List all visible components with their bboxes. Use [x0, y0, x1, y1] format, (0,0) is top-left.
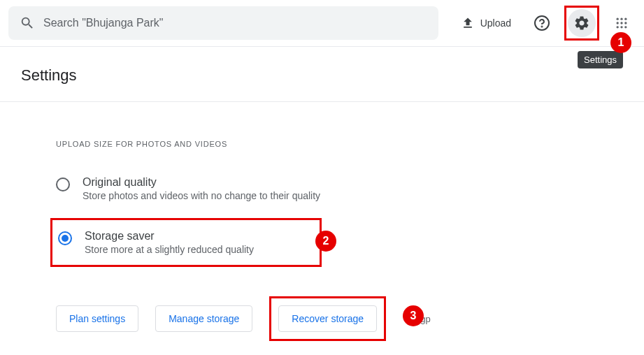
- settings-content: UPLOAD SIZE FOR PHOTOS AND VIDEOS Origin…: [0, 102, 644, 341]
- svg-point-5: [617, 22, 619, 24]
- settings-tooltip: Settings: [578, 51, 623, 68]
- search-input[interactable]: [43, 17, 427, 29]
- header-bar: Upload: [0, 0, 644, 47]
- option-text: Storage saver Store more at a slightly r…: [85, 230, 254, 255]
- settings-button[interactable]: [568, 9, 596, 37]
- search-bar[interactable]: [8, 6, 438, 40]
- recover-highlight-box: Recover storage: [269, 296, 386, 341]
- svg-point-6: [620, 22, 622, 24]
- svg-point-9: [620, 26, 622, 28]
- header-actions: Upload: [452, 6, 636, 41]
- svg-point-2: [617, 18, 619, 20]
- manage-storage-button[interactable]: Manage storage: [155, 305, 252, 332]
- callout-badge-2: 2: [315, 231, 336, 252]
- radio-selected[interactable]: [58, 231, 72, 245]
- plan-settings-button[interactable]: Plan settings: [56, 305, 138, 332]
- svg-point-1: [542, 27, 543, 27]
- recover-storage-button[interactable]: Recover storage: [278, 305, 377, 332]
- radio-unselected[interactable]: [56, 178, 70, 191]
- option-desc: Store more at a slightly reduced quality: [85, 244, 254, 255]
- settings-highlight-box: [564, 6, 599, 41]
- option-title: Storage saver: [85, 230, 254, 242]
- option-storage-saver[interactable]: Storage saver Store more at a slightly r…: [50, 218, 322, 267]
- gear-icon: [573, 15, 590, 31]
- callout-badge-3: 3: [403, 305, 424, 326]
- svg-point-10: [624, 26, 627, 28]
- svg-point-3: [620, 18, 622, 20]
- button-row: Plan settings Manage storage Recover sto…: [56, 296, 644, 341]
- callout-badge-1: 1: [610, 32, 631, 53]
- section-label: UPLOAD SIZE FOR PHOTOS AND VIDEOS: [56, 140, 644, 148]
- option-title: Original quality: [83, 176, 320, 189]
- upload-size-options: Original quality Store photos and videos…: [56, 171, 644, 267]
- svg-point-7: [624, 22, 627, 24]
- svg-point-8: [617, 26, 619, 28]
- option-desc: Store photos and videos with no change t…: [83, 190, 320, 201]
- option-text: Original quality Store photos and videos…: [83, 176, 320, 201]
- option-original-quality[interactable]: Original quality Store photos and videos…: [56, 171, 644, 207]
- upload-icon: [461, 16, 475, 30]
- apps-grid-icon: [615, 16, 629, 30]
- svg-point-4: [624, 18, 627, 20]
- page-title: Settings: [0, 47, 644, 102]
- upload-button[interactable]: Upload: [452, 10, 520, 36]
- help-icon: [534, 15, 550, 31]
- upload-label: Upload: [480, 17, 511, 29]
- search-icon: [20, 15, 35, 31]
- help-button[interactable]: [528, 9, 556, 37]
